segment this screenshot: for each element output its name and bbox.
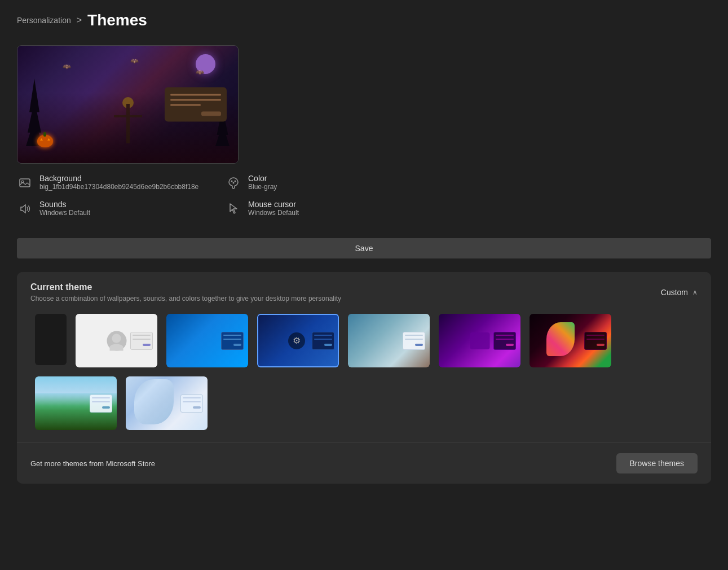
dialog-button-preview xyxy=(201,112,221,116)
theme-item-win11-light[interactable] xyxy=(125,375,209,431)
breadcrumb-separator: > xyxy=(77,15,82,25)
svg-point-2 xyxy=(231,181,233,182)
background-text: Background big_1fb1d94be17304d80eb9245d6… xyxy=(39,174,198,191)
mouse-info[interactable]: Mouse cursor Windows Default xyxy=(226,200,412,217)
bat-decoration-3: 🦇 xyxy=(196,68,204,76)
color-value: Blue-gray xyxy=(248,183,277,191)
color-text: Color Blue-gray xyxy=(248,174,277,191)
svg-rect-0 xyxy=(20,179,30,187)
preview-section: 🦇 🦇 🦇 xyxy=(17,45,711,258)
color-info[interactable]: Color Blue-gray xyxy=(226,174,412,191)
sounds-label: Sounds xyxy=(39,200,90,209)
pumpkin-decoration xyxy=(37,135,53,147)
breadcrumb: Personalization > Themes xyxy=(17,11,711,29)
dialog-line-2 xyxy=(170,99,221,101)
background-label: Background xyxy=(39,174,198,183)
section-title: Current theme xyxy=(30,282,341,292)
theme-info-grid: Background big_1fb1d94be17304d80eb9245d6… xyxy=(17,174,412,217)
preview-image: 🦇 🦇 🦇 xyxy=(17,45,239,164)
theme-item-win11-dark[interactable]: ⚙ xyxy=(256,313,340,369)
scarecrow-body xyxy=(126,104,130,143)
theme-item-landscape[interactable] xyxy=(34,375,118,431)
breadcrumb-parent[interactable]: Personalization xyxy=(17,16,71,25)
save-button[interactable]: Save xyxy=(17,238,711,258)
chevron-up-icon: ∧ xyxy=(692,288,698,296)
theme-item-custom-dark[interactable] xyxy=(34,313,68,366)
page-title: Themes xyxy=(87,11,147,29)
current-theme-value: Custom xyxy=(661,288,688,297)
store-text: Get more themes from Microsoft Store xyxy=(30,459,155,468)
svg-point-3 xyxy=(235,181,236,182)
background-info[interactable]: Background big_1fb1d94be17304d80eb9245d6… xyxy=(17,174,203,191)
bat-decoration-1: 🦇 xyxy=(63,63,71,71)
bat-decoration-2: 🦇 xyxy=(130,57,139,65)
theme-grid: ⚙ xyxy=(17,313,711,442)
browse-themes-button[interactable]: Browse themes xyxy=(616,453,698,473)
preview-dialog-overlay xyxy=(165,87,227,122)
theme-item-win11-blue[interactable] xyxy=(165,313,249,369)
theme-item-colorful[interactable] xyxy=(528,313,612,369)
bottom-bar: Get more themes from Microsoft Store Bro… xyxy=(17,442,711,484)
color-label: Color xyxy=(248,174,277,183)
theme-item-nature[interactable] xyxy=(347,313,431,369)
mouse-label: Mouse cursor xyxy=(248,200,299,209)
settings-page: Personalization > Themes xyxy=(0,0,728,495)
scarecrow-arms xyxy=(114,115,142,117)
color-icon xyxy=(226,175,241,191)
svg-point-4 xyxy=(233,182,235,184)
mouse-cursor-icon xyxy=(226,201,241,217)
pumpkin-eyes-right xyxy=(47,138,50,141)
dialog-line-1 xyxy=(170,94,221,96)
current-theme-section: Current theme Choose a combination of wa… xyxy=(17,272,711,484)
section-header-left: Current theme Choose a combination of wa… xyxy=(30,282,341,302)
section-header: Current theme Choose a combination of wa… xyxy=(17,272,711,313)
mouse-text: Mouse cursor Windows Default xyxy=(248,200,299,217)
sounds-info[interactable]: Sounds Windows Default xyxy=(17,200,203,217)
theme-item-light[interactable] xyxy=(74,313,158,369)
background-icon xyxy=(17,175,33,191)
section-subtitle: Choose a combination of wallpapers, soun… xyxy=(30,295,341,302)
dialog-line-3 xyxy=(170,104,201,106)
preview-background: 🦇 🦇 🦇 xyxy=(17,46,238,163)
theme-item-purple[interactable] xyxy=(438,313,522,369)
scarecrow-decoration xyxy=(111,93,145,149)
mouse-value: Windows Default xyxy=(248,209,299,217)
section-header-right[interactable]: Custom ∧ xyxy=(661,288,698,297)
pumpkin-eyes-left xyxy=(40,138,43,141)
sounds-value: Windows Default xyxy=(39,209,90,217)
sounds-icon xyxy=(17,201,33,217)
sounds-text: Sounds Windows Default xyxy=(39,200,90,217)
background-value: big_1fb1d94be17304d80eb9245d6ee9b2b6cbb8… xyxy=(39,183,198,191)
